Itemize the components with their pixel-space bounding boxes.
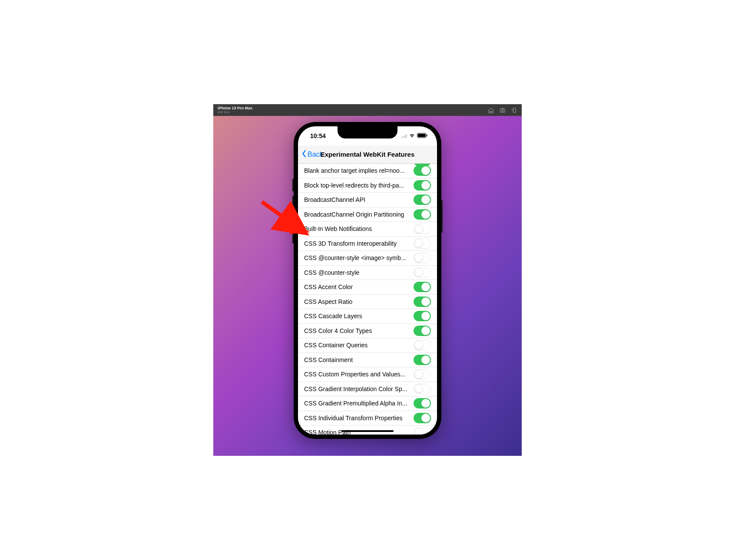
- svg-rect-7: [418, 134, 426, 137]
- feature-label: CSS Container Queries: [304, 342, 414, 349]
- svg-rect-8: [427, 135, 427, 137]
- feature-label: CSS @counter-style: [304, 269, 414, 276]
- power-button[interactable]: [441, 200, 443, 233]
- phone-notch: [338, 126, 397, 138]
- feature-row: CSS Containment: [298, 353, 437, 368]
- rotate-icon[interactable]: [511, 107, 517, 113]
- titlebar-actions: [487, 107, 517, 113]
- os-version: iOS 15.4: [218, 111, 252, 114]
- feature-row: CSS Color 4 Color Types: [298, 324, 437, 339]
- feature-row: Built-In Web Notifications: [298, 222, 437, 237]
- feature-toggle[interactable]: [414, 326, 431, 336]
- feature-label: Block top-level redirects by third-pa...: [304, 182, 414, 189]
- feature-label: CSS Containment: [304, 356, 414, 363]
- back-button[interactable]: Back: [301, 150, 323, 159]
- phone-screen: 10:54: [298, 126, 437, 435]
- feature-toggle[interactable]: [414, 311, 431, 321]
- feature-toggle[interactable]: [414, 398, 431, 408]
- feature-toggle[interactable]: [414, 209, 431, 220]
- feature-toggle[interactable]: [414, 282, 431, 292]
- feature-row: CSS Cascade Layers: [298, 309, 437, 324]
- feature-row: CSS Gradient Premultiplied Alpha In...: [298, 396, 437, 411]
- feature-row: CSS Accent Color: [298, 280, 437, 295]
- feature-row: CSS Custom Properties and Values...: [298, 367, 437, 382]
- simulator-viewport: 10:54: [213, 116, 522, 456]
- mute-switch[interactable]: [292, 178, 294, 191]
- feature-label: Blank anchor target implies rel=noo...: [304, 167, 414, 174]
- feature-row: CSS Aspect Ratio: [298, 295, 437, 310]
- feature-toggle[interactable]: [414, 194, 431, 205]
- home-icon[interactable]: [487, 107, 494, 113]
- chevron-left-icon: [301, 150, 307, 159]
- simulator-window: iPhone 13 Pro Max iOS 15.4: [213, 104, 522, 456]
- svg-point-1: [501, 109, 503, 111]
- feature-row: BroadcastChannel API: [298, 193, 437, 208]
- feature-row: Block top-level redirects by third-pa...: [298, 178, 437, 193]
- feature-toggle[interactable]: [414, 224, 431, 234]
- feature-toggle[interactable]: [414, 180, 431, 191]
- wifi-icon: [409, 132, 415, 140]
- feature-toggle[interactable]: [414, 413, 431, 423]
- feature-label: BroadcastChannel Origin Partitioning: [304, 211, 414, 218]
- feature-label: CSS Color 4 Color Types: [304, 327, 414, 334]
- feature-label: CSS Accent Color: [304, 283, 414, 290]
- feature-row: CSS 3D Transform Interoperability: [298, 237, 437, 251]
- feature-row: CSS Gradient Interpolation Color Sp...: [298, 382, 437, 397]
- feature-row: Blank anchor target implies rel=noo...: [298, 164, 437, 178]
- device-name: iPhone 13 Pro Max: [218, 106, 252, 110]
- feature-label: CSS Gradient Interpolation Color Sp...: [304, 385, 414, 392]
- home-indicator[interactable]: [341, 430, 394, 432]
- feature-toggle[interactable]: [414, 427, 431, 435]
- feature-row: BroadcastChannel Origin Partitioning: [298, 208, 437, 222]
- feature-label: CSS Aspect Ratio: [304, 298, 414, 305]
- volume-up-button[interactable]: [292, 196, 294, 217]
- volume-down-button[interactable]: [292, 222, 294, 244]
- svg-rect-2: [513, 108, 516, 112]
- svg-rect-0: [500, 109, 505, 112]
- feature-toggle[interactable]: [414, 238, 431, 249]
- cellular-icon: [401, 134, 407, 138]
- feature-row: CSS Individual Transform Properties: [298, 411, 437, 426]
- nav-bar: Back Experimental WebKit Features: [298, 145, 437, 164]
- feature-label: CSS @counter-style <image> symb...: [304, 254, 414, 261]
- feature-row: CSS @counter-style: [298, 266, 437, 280]
- simulator-titlebar: iPhone 13 Pro Max iOS 15.4: [213, 104, 522, 116]
- phone-frame: 10:54: [294, 122, 441, 439]
- feature-toggle[interactable]: [414, 355, 431, 365]
- feature-toggle[interactable]: [414, 165, 431, 176]
- feature-toggle[interactable]: [414, 369, 431, 379]
- feature-toggle[interactable]: [414, 384, 431, 394]
- feature-label: Built-In Web Notifications: [304, 225, 414, 232]
- feature-toggle[interactable]: [414, 267, 431, 278]
- status-time: 10:54: [310, 132, 326, 139]
- feature-toggle[interactable]: [414, 340, 431, 350]
- feature-label: BroadcastChannel API: [304, 196, 414, 203]
- feature-label: CSS Custom Properties and Values...: [304, 371, 414, 378]
- screenshot-icon[interactable]: [499, 107, 506, 113]
- feature-label: CSS Gradient Premultiplied Alpha In...: [304, 400, 414, 407]
- feature-label: CSS Cascade Layers: [304, 313, 414, 320]
- feature-row: CSS @counter-style <image> symb...: [298, 251, 437, 266]
- titlebar-device-info: iPhone 13 Pro Max iOS 15.4: [218, 106, 252, 114]
- feature-toggle[interactable]: [414, 296, 431, 307]
- feature-label: CSS 3D Transform Interoperability: [304, 240, 414, 247]
- features-list[interactable]: Blank anchor target implies rel=noo...Bl…: [298, 164, 437, 435]
- page-title: Experimental WebKit Features: [321, 151, 414, 158]
- feature-label: CSS Individual Transform Properties: [304, 415, 414, 422]
- feature-row: CSS Container Queries: [298, 338, 437, 353]
- feature-toggle[interactable]: [414, 253, 431, 263]
- battery-icon: [417, 132, 427, 139]
